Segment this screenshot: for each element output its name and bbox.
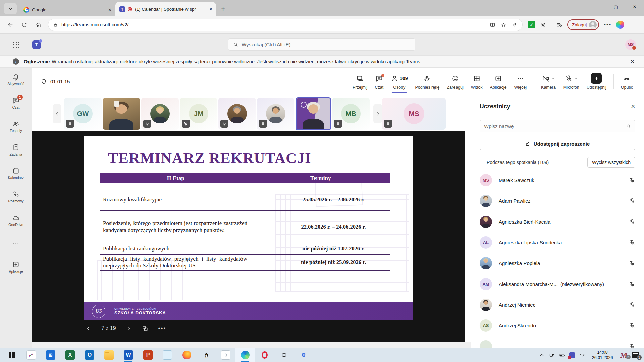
video-tile[interactable] <box>141 98 179 130</box>
browser-tab-google[interactable]: Google ✕ <box>19 5 115 15</box>
sign-in-button[interactable]: Zaloguj <box>567 19 599 30</box>
new-tab-button[interactable]: + <box>218 4 228 14</box>
taskbar-start-icon[interactable] <box>2 348 21 362</box>
participant-row[interactable]: Agnieszka Popiela <box>480 253 635 274</box>
battery-icon[interactable] <box>559 352 565 358</box>
extensions-icon[interactable] <box>540 22 546 28</box>
video-tile[interactable]: MB <box>332 98 370 130</box>
video-tile-self[interactable]: MS <box>382 98 446 130</box>
window-maximize-button[interactable]: ▢ <box>606 0 625 13</box>
taskbar-penguin-app-icon[interactable] <box>197 348 216 362</box>
sidebar-item-czat[interactable]: 1Czat <box>0 91 32 115</box>
tray-expand-icon[interactable] <box>539 352 545 358</box>
teams-search-input[interactable]: Wyszukaj (Ctrl+Alt+E) <box>228 38 415 51</box>
sidebar-item-wiecej-rail[interactable] <box>0 232 32 255</box>
taskbar-chart-app-icon[interactable] <box>21 348 41 362</box>
czat-button[interactable]: Czat <box>371 70 387 94</box>
split-screen-icon[interactable] <box>490 22 495 28</box>
notifications-icon[interactable]: 1 <box>632 352 639 358</box>
teams-tray-icon[interactable] <box>569 352 575 358</box>
przejmij-button[interactable]: Przejmij <box>349 70 371 94</box>
kamera-button[interactable]: Kamera <box>537 70 559 94</box>
mic-muted-icon[interactable] <box>629 281 635 287</box>
mute-all-button[interactable]: Wycisz wszystkich <box>587 157 635 168</box>
video-tile[interactable]: GW <box>64 98 102 130</box>
wifi-icon[interactable] <box>579 352 585 358</box>
browser-tab-teams[interactable]: T (1) Calendar | Spotkanie w spr ✕ <box>115 2 216 16</box>
panel-close-icon[interactable]: ✕ <box>631 103 635 110</box>
sidebar-item-kalendarz[interactable]: Kalendarz <box>0 162 32 185</box>
teams-profile-avatar[interactable]: MS <box>625 39 636 50</box>
taskbar-globe-app-icon[interactable] <box>274 348 294 362</box>
wiecej-button[interactable]: Więcej <box>511 70 531 94</box>
participant-search-input[interactable]: Wpisz nazwę <box>480 120 635 132</box>
section-chevron-icon[interactable] <box>480 161 483 164</box>
taskbar-powerpoint-icon[interactable]: P <box>138 348 158 362</box>
participant-row[interactable]: AMAleksandra Monarcha-M...(Niezweryfikow… <box>480 274 635 294</box>
taskbar-shield-app-icon[interactable] <box>294 348 313 362</box>
tab-close-icon[interactable]: ✕ <box>108 7 112 12</box>
favorite-star-icon[interactable] <box>501 22 506 28</box>
taskbar-outlook-icon[interactable]: O <box>80 348 99 362</box>
share-invite-button[interactable]: Udostępnij zaproszenie <box>480 138 635 150</box>
window-minimize-button[interactable]: ─ <box>588 0 606 13</box>
extension-check-icon[interactable]: ✓ <box>528 21 535 28</box>
aplikacje-button[interactable]: Aplikacje <box>486 70 511 94</box>
slide-thumbnails-icon[interactable] <box>142 325 148 332</box>
taskbar-notepad-icon[interactable] <box>158 348 177 362</box>
tab-close-icon[interactable]: ✕ <box>209 7 213 12</box>
mic-muted-icon[interactable] <box>629 177 635 183</box>
taskbar-word-icon[interactable]: W <box>119 348 138 362</box>
mic-muted-icon[interactable] <box>629 239 635 246</box>
window-close-button[interactable]: ✕ <box>625 0 644 13</box>
slide-more-options-icon[interactable]: ••• <box>158 325 166 332</box>
video-tile[interactable]: JM <box>180 98 217 130</box>
previous-slide-icon[interactable] <box>86 326 91 331</box>
copilot-icon[interactable] <box>616 21 624 29</box>
widok-button[interactable]: Widok <box>467 70 486 94</box>
participant-row[interactable]: ASAndrzej Skrendo <box>480 315 635 336</box>
mic-muted-icon[interactable] <box>629 260 635 266</box>
taskbar-clock[interactable]: 14:08 26.01.2026 <box>592 350 613 361</box>
sidebar-item-aktywnosc[interactable]: Aktywność <box>0 68 32 91</box>
back-icon[interactable] <box>7 22 14 28</box>
tab-search-button[interactable] <box>4 3 17 14</box>
taskbar-opera-icon[interactable] <box>255 348 274 362</box>
camera-tray-icon[interactable] <box>549 352 555 358</box>
sidebar-item-onedrive[interactable]: OneDrive <box>0 208 32 232</box>
chevron-down-icon[interactable] <box>574 77 578 80</box>
taskbar-explorer-icon[interactable] <box>99 348 119 362</box>
sidebar-item-rozmowy[interactable]: Rozmowy <box>0 185 32 208</box>
mic-muted-icon[interactable] <box>629 219 635 225</box>
video-tile-camera-on[interactable] <box>103 98 140 130</box>
participant-row[interactable] <box>480 336 635 348</box>
video-tile[interactable] <box>257 98 294 130</box>
voice-search-icon[interactable] <box>512 22 518 28</box>
osoby-button[interactable]: 109Osoby <box>387 70 411 94</box>
mic-muted-icon[interactable] <box>629 302 635 308</box>
participant-row[interactable]: MSMarek Sawczuk <box>480 170 635 190</box>
address-bar[interactable]: https://teams.microsoft.com/v2/ <box>48 19 523 31</box>
taskbar-document-app-icon[interactable] <box>216 348 235 362</box>
app-launcher-icon[interactable] <box>13 41 19 48</box>
m-app-tray-icon[interactable]: M2 <box>620 351 628 360</box>
mic-muted-icon[interactable] <box>629 343 635 348</box>
refresh-icon[interactable] <box>21 22 28 28</box>
filmstrip-previous-icon[interactable] <box>53 104 61 123</box>
taskbar-firefox-icon[interactable] <box>177 348 197 362</box>
participant-row[interactable]: Agnieszka Bień-Kacała <box>480 211 635 232</box>
taskbar-excel-icon[interactable]: X <box>60 348 80 362</box>
participant-row[interactable]: Andrzej Niemiec <box>480 294 635 315</box>
sidebar-item-zadania[interactable]: Zadania <box>0 138 32 162</box>
sidebar-item-aplikacje-rail[interactable]: Aplikacje <box>0 255 32 279</box>
video-tile[interactable] <box>218 98 256 130</box>
chevron-down-icon[interactable] <box>551 77 555 80</box>
teams-more-icon[interactable]: ... <box>611 41 618 48</box>
taskbar-store-icon[interactable]: ⊞ <box>41 348 60 362</box>
collections-icon[interactable] <box>556 22 562 28</box>
mic-muted-icon[interactable] <box>629 322 635 329</box>
video-tile-active-speaker[interactable] <box>296 97 331 130</box>
filmstrip-next-icon[interactable] <box>373 104 382 123</box>
participant-row[interactable]: Adam Pawlicz <box>480 190 635 211</box>
udostepnij-button[interactable]: Udostępnij <box>583 70 610 94</box>
